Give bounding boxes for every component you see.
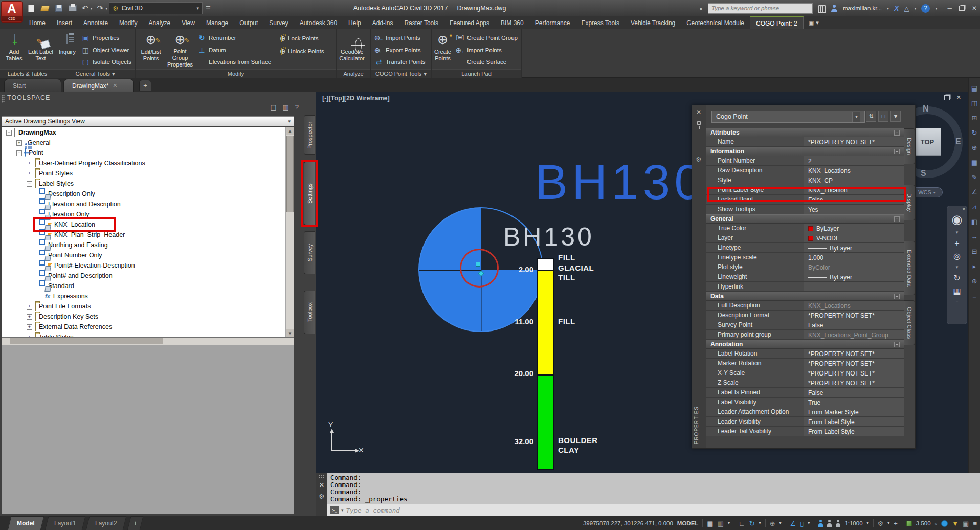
new-drawing-icon[interactable] <box>27 4 36 13</box>
layer-tool-icon[interactable]: ▤ <box>971 85 977 92</box>
tree-item-knx-plan-strip-header[interactable]: KNX_Plan_Strip_Header <box>2 230 294 240</box>
undo-icon[interactable]: ↶ <box>82 4 88 13</box>
property-row-true-color[interactable]: True ColorByLayer <box>706 224 904 233</box>
toolspace-tab-settings[interactable]: Settings <box>304 162 315 225</box>
dynamic-input-icon[interactable]: ▯ <box>800 520 804 527</box>
button-isolate-objects[interactable]: ▢Isolate Objects <box>79 56 133 68</box>
angle-tool-icon[interactable]: ∠ <box>971 189 977 195</box>
command-grip[interactable] <box>318 475 325 478</box>
drawing-close-icon[interactable]: ✕ <box>956 94 961 101</box>
viewcube-top-face[interactable]: TOP <box>914 128 941 156</box>
a360-icon[interactable]: △ <box>904 5 909 12</box>
button-datum[interactable]: ⊥Datum <box>195 44 273 56</box>
settings-view-combobox[interactable]: Active Drawing Settings View ▾ <box>2 116 294 126</box>
tree-item-elevation-and-description[interactable]: Elevation and Description <box>2 199 294 209</box>
property-value[interactable]: From Label Style <box>804 417 904 426</box>
ribbon-tab-vehicle-tracking[interactable]: Vehicle Tracking <box>625 16 681 29</box>
toolspace-tab-survey[interactable]: Survey <box>304 231 315 274</box>
property-row-linetype[interactable]: LinetypeByLayer <box>706 243 904 253</box>
new-layout-button[interactable]: + <box>127 516 144 530</box>
tree-item-point-number-only[interactable]: Point Number Only <box>2 250 294 260</box>
property-row-leader-tail-visibility[interactable]: Leader Tail VisibilityFrom Label Style <box>706 427 904 436</box>
steering-wheel-icon[interactable]: ◉ <box>952 213 963 226</box>
property-value[interactable]: ByLayer <box>804 224 904 233</box>
property-value[interactable]: ByLayer <box>804 272 904 281</box>
button-edit-label-text[interactable]: Edit LabelText <box>28 30 53 68</box>
workspace-switcher[interactable]: ⚙ Civil 3D ▾ <box>109 2 203 14</box>
property-row-style[interactable]: StyleKNX_CP <box>706 175 904 185</box>
customization-menu-icon[interactable]: ≡ <box>973 520 977 527</box>
layout-tab-model[interactable]: Model <box>8 516 44 530</box>
navbar-close-icon[interactable]: ✕ <box>962 207 966 212</box>
tree-item-user-defined-property-classifications[interactable]: +User-Defined Property Classifications <box>2 158 294 168</box>
play-tool-icon[interactable]: ▸ <box>973 263 976 270</box>
button-inquiry[interactable]: Inquiry <box>57 30 78 68</box>
command-recent-icon[interactable]: ▾ <box>341 507 344 513</box>
open-icon[interactable] <box>40 4 50 13</box>
section-tool-icon[interactable]: ◧ <box>971 218 977 225</box>
ribbon-tab-geotechnical-module[interactable]: Geotechnical Module <box>681 16 750 29</box>
expand-icon[interactable]: + <box>27 171 32 176</box>
tree-item-expressions[interactable]: fxExpressions <box>2 291 294 301</box>
hscrollbar-thumb[interactable] <box>10 338 163 344</box>
annotation-visibility-icon[interactable] <box>818 520 823 527</box>
expand-icon[interactable]: + <box>27 324 32 330</box>
model-space-button[interactable]: MODEL <box>677 520 699 526</box>
collapse-icon[interactable]: − <box>955 300 958 304</box>
tree-horizontal-scrollbar[interactable] <box>2 338 294 345</box>
search-icon[interactable] <box>818 5 826 11</box>
property-row-layer[interactable]: LayerV-NODE <box>706 233 904 243</box>
expand-icon[interactable]: + <box>16 140 22 146</box>
property-value[interactable]: Yes <box>804 205 904 214</box>
section-collapse-icon[interactable]: − <box>894 294 900 299</box>
button-add-tables[interactable]: AddTables <box>2 30 27 68</box>
tree-item-description-key-sets[interactable]: +Description Key Sets <box>2 312 294 322</box>
property-row-full-description[interactable]: Full DescriptionKNX_Locations <box>706 301 904 311</box>
lineweight-value[interactable]: 3.500 <box>916 520 931 526</box>
expand-icon[interactable]: + <box>27 314 32 320</box>
command-input[interactable]: >_ ▾ Type a command <box>327 504 980 516</box>
property-row-name[interactable]: Name*PROPERTY NOT SET* <box>706 137 904 147</box>
button-unlock-points[interactable]: ⊕Unlock Points <box>275 45 326 57</box>
showmotion-icon[interactable]: ▦ <box>953 287 961 295</box>
property-value[interactable]: 1.000 <box>804 253 904 262</box>
units-cube-icon[interactable] <box>906 521 912 526</box>
drawing-minimize-icon[interactable]: ─ <box>933 95 938 101</box>
property-row-marker-rotation[interactable]: Marker Rotation*PROPERTY NOT SET* <box>706 359 904 368</box>
tree-vertical-scrollbar[interactable]: ▲ ▼ <box>285 127 294 337</box>
property-value[interactable]: *PROPERTY NOT SET* <box>804 137 904 146</box>
property-row-hyperlink[interactable]: Hyperlink <box>706 282 904 292</box>
help-icon[interactable]: ? <box>921 4 930 13</box>
graphics-performance-icon[interactable] <box>941 520 948 527</box>
button-elevations-from-surface[interactable]: Elevations from Surface <box>195 56 273 68</box>
section-annotation[interactable]: Annotation− <box>706 340 904 349</box>
ribbon-tab-raster-tools[interactable]: Raster Tools <box>398 16 443 29</box>
ribbon-tab-annotate[interactable]: Annotate <box>78 16 114 29</box>
navbar-chevron2-icon[interactable]: ▾ <box>956 265 959 270</box>
collapse-icon[interactable]: − <box>6 130 12 136</box>
property-row-lineweight[interactable]: LineweightByLayer <box>706 272 904 282</box>
property-row-point-number[interactable]: Point Number2 <box>706 156 904 166</box>
restore-button[interactable] <box>959 6 965 11</box>
tree-item-external-data-references[interactable]: +External Data References <box>2 322 294 332</box>
close-button[interactable]: ✕ <box>972 5 977 12</box>
section-collapse-icon[interactable]: − <box>894 216 900 222</box>
button-create-point-group[interactable]: [⊕]Create Point Group <box>454 32 520 44</box>
ribbon-display-toggle[interactable]: ▣▾ <box>804 16 824 29</box>
polar-dropdown-icon[interactable]: ▾ <box>759 521 761 525</box>
property-value[interactable]: *PROPERTY NOT SET* <box>804 349 904 358</box>
ribbon-tab-cogo-point-2[interactable]: COGO Point: 2 <box>750 16 804 29</box>
scrollbar-thumb[interactable] <box>286 136 294 212</box>
property-row-x-y-scale[interactable]: X-Y Scale*PROPERTY NOT SET* <box>706 368 904 378</box>
layout-tab-layout1[interactable]: Layout1 <box>44 516 85 530</box>
button-renumber[interactable]: ↻Renumber <box>195 32 273 44</box>
property-value[interactable]: KNX_Locations <box>804 301 904 310</box>
panel-title[interactable]: General Tools▾ <box>55 69 135 78</box>
ortho-mode-icon[interactable]: ∟ <box>739 520 745 527</box>
properties-tab-design[interactable]: Design <box>904 128 915 164</box>
property-row-linetype-scale[interactable]: Linetype scale1.000 <box>706 253 904 262</box>
annotation-people-icon[interactable] <box>836 520 840 527</box>
compass-east[interactable]: E <box>955 137 961 146</box>
property-row-survey-point[interactable]: Survey PointFalse <box>706 320 904 330</box>
section-collapse-icon[interactable]: − <box>894 149 900 154</box>
